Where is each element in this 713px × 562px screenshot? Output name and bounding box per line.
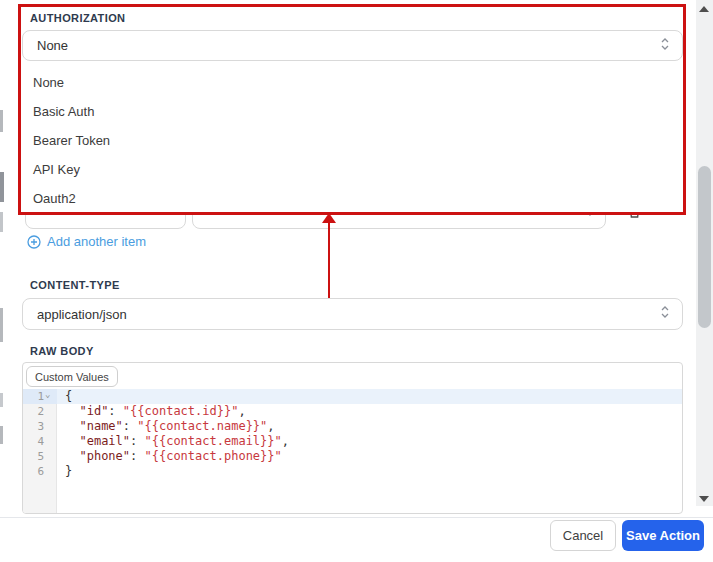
- line-number: 5: [23, 449, 57, 464]
- line-number: 6: [23, 464, 57, 479]
- authorization-select[interactable]: None: [22, 30, 683, 61]
- page-edge-artifact: [0, 426, 3, 444]
- footer-divider: [0, 517, 713, 518]
- code-line[interactable]: 4 "email": "{{contact.email}}",: [23, 434, 682, 449]
- code-text: "id": "{{contact.id}}",: [57, 404, 682, 419]
- page-edge-artifact: [0, 110, 3, 132]
- content-type-label: CONTENT-TYPE: [30, 279, 120, 291]
- add-another-item-label: Add another item: [47, 234, 146, 249]
- content-type-selected-value: application/json: [23, 307, 682, 322]
- line-number: 1: [23, 389, 57, 404]
- scrollbar-up-arrow-icon[interactable]: [699, 6, 709, 12]
- scrollbar-down-arrow-icon[interactable]: [699, 496, 709, 502]
- dropdown-option[interactable]: Bearer Token: [20, 126, 684, 155]
- line-number: 4: [23, 434, 57, 449]
- code-editor-body[interactable]: 1⌄{2 "id": "{{contact.id}}",3 "name": "{…: [23, 389, 682, 513]
- fold-arrow-icon[interactable]: ⌄: [45, 389, 50, 402]
- code-line[interactable]: 6}: [23, 464, 682, 479]
- dropdown-option[interactable]: Basic Auth: [20, 97, 684, 126]
- line-number: 3: [23, 419, 57, 434]
- authorization-dropdown-panel: AUTHORIZATION None NoneBasic AuthBearer …: [20, 6, 684, 214]
- page-edge-artifact: [0, 212, 3, 232]
- code-text: }: [57, 464, 682, 479]
- code-text: {: [57, 389, 682, 404]
- cancel-button[interactable]: Cancel: [550, 520, 616, 551]
- dropdown-option[interactable]: Oauth2: [20, 184, 684, 213]
- scrollbar[interactable]: [696, 0, 713, 506]
- select-updown-icon: [660, 305, 670, 324]
- code-line[interactable]: 5 "phone": "{{contact.phone}}": [23, 449, 682, 464]
- page-edge-artifact: [0, 172, 4, 202]
- tab-custom-values-label: Custom Values: [35, 371, 109, 383]
- page-edge-artifact: [0, 393, 3, 407]
- circle-plus-icon: [27, 235, 41, 249]
- annotation-arrow: [328, 222, 330, 298]
- code-text: "phone": "{{contact.phone}}": [57, 449, 682, 464]
- modal-body: AUTHORIZATION None NoneBasic AuthBearer …: [0, 0, 713, 562]
- code-line[interactable]: 2 "id": "{{contact.id}}",: [23, 404, 682, 419]
- code-line[interactable]: 3 "name": "{{contact.name}}",: [23, 419, 682, 434]
- code-text: "name": "{{contact.name}}",: [57, 419, 682, 434]
- code-lines: 1⌄{2 "id": "{{contact.id}}",3 "name": "{…: [23, 389, 682, 479]
- dropdown-option[interactable]: None: [20, 68, 684, 97]
- scrollbar-thumb[interactable]: [698, 166, 711, 328]
- add-another-item-button[interactable]: Add another item: [27, 234, 146, 249]
- raw-body-label: RAW BODY: [30, 345, 94, 357]
- line-number: 2: [23, 404, 57, 419]
- authorization-label: AUTHORIZATION: [30, 12, 125, 24]
- authorization-selected-value: None: [23, 38, 682, 53]
- code-editor[interactable]: Custom Values 1⌄{2 "id": "{{contact.id}}…: [22, 362, 683, 514]
- page-edge-artifact: [0, 308, 3, 342]
- content-type-select[interactable]: application/json: [22, 298, 683, 330]
- authorization-options: NoneBasic AuthBearer TokenAPI KeyOauth2: [20, 68, 684, 213]
- code-text: "email": "{{contact.email}}",: [57, 434, 682, 449]
- code-line[interactable]: 1⌄{: [23, 389, 682, 404]
- dropdown-option[interactable]: API Key: [20, 155, 684, 184]
- save-action-button[interactable]: Save Action: [622, 520, 704, 551]
- tab-custom-values[interactable]: Custom Values: [26, 366, 118, 387]
- select-updown-icon: [660, 36, 670, 55]
- annotation-arrow-head: [322, 213, 336, 223]
